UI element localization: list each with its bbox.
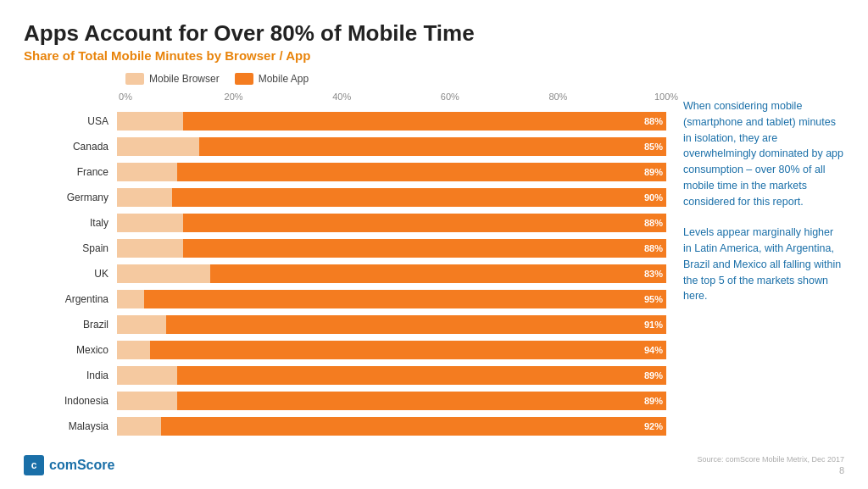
browser-bar	[117, 315, 166, 334]
bar-track: 89%	[117, 392, 666, 410]
browser-bar	[117, 417, 161, 436]
legend: Mobile Browser Mobile App	[125, 73, 666, 85]
bar-row: India89%	[24, 364, 666, 386]
bar-row: Indonesia89%	[24, 390, 666, 412]
bar-row: Brazil91%	[24, 314, 666, 336]
axis-labels: 0%20%40%60%80%100%	[125, 92, 666, 107]
browser-bar	[117, 112, 183, 131]
country-label: Germany	[24, 192, 117, 203]
right-text-1: When considering mobile (smartphone and …	[683, 98, 844, 209]
bar-track: 89%	[117, 366, 666, 385]
bar-row: Germany90%	[24, 186, 666, 208]
subtitle: Share of Total Mobile Minutes by Browser…	[24, 48, 844, 63]
browser-bar	[117, 366, 177, 385]
country-label: India	[24, 370, 117, 381]
bar-row: Spain88%	[24, 237, 666, 259]
app-bar	[161, 417, 666, 436]
browser-bar	[117, 137, 199, 156]
browser-bar	[117, 264, 210, 283]
country-label: Argentina	[24, 293, 117, 305]
footer-row: c comScore Source: comScore Mobile Metri…	[24, 455, 844, 475]
bar-percentage-label: 92%	[644, 421, 663, 431]
comscore-icon: c	[24, 455, 44, 475]
comscore-logo: c comScore	[24, 455, 114, 475]
app-bar	[199, 137, 666, 156]
bar-percentage-label: 91%	[644, 320, 663, 330]
bar-percentage-label: 89%	[644, 396, 663, 406]
bar-row: Malaysia92%	[24, 415, 666, 437]
app-bar	[183, 214, 666, 232]
country-label: UK	[24, 268, 117, 280]
app-bar	[166, 315, 666, 334]
source-text: Source: comScore Mobile Metrix, Dec 2017	[697, 455, 844, 464]
country-label: Spain	[24, 242, 117, 254]
browser-bar	[117, 392, 177, 410]
bar-row: France89%	[24, 161, 666, 183]
bar-track: 88%	[117, 214, 666, 232]
browser-bar	[117, 290, 144, 308]
bar-row: Argentina95%	[24, 288, 666, 310]
browser-bar	[117, 341, 150, 359]
country-label: France	[24, 166, 117, 178]
bar-track: 95%	[117, 290, 666, 308]
browser-bar	[117, 163, 177, 181]
bar-track: 92%	[117, 417, 666, 436]
content-area: Mobile Browser Mobile App 0%20%40%60%80%…	[24, 73, 844, 448]
bar-percentage-label: 90%	[644, 192, 663, 203]
bar-track: 88%	[117, 112, 666, 131]
app-bar	[177, 392, 666, 410]
country-label: Malaysia	[24, 420, 117, 432]
bars-container: USA88%Canada85%France89%Germany90%Italy8…	[24, 110, 666, 448]
country-label: Indonesia	[24, 395, 117, 407]
browser-bar	[117, 214, 183, 232]
app-legend-label: Mobile App	[259, 73, 309, 85]
chart-section: Mobile Browser Mobile App 0%20%40%60%80%…	[24, 73, 666, 448]
app-bar	[177, 163, 666, 181]
bar-track: 91%	[117, 315, 666, 334]
axis-row: 0%20%40%60%80%100%	[125, 92, 666, 107]
bar-row: Mexico94%	[24, 339, 666, 361]
app-bar	[210, 264, 666, 283]
axis-label-20%: 20%	[225, 92, 243, 102]
bar-percentage-label: 89%	[644, 167, 663, 177]
app-bar	[183, 112, 666, 131]
bar-track: 83%	[117, 264, 666, 283]
page-number: 8	[839, 465, 844, 475]
country-label: Canada	[24, 141, 117, 153]
browser-bar	[117, 239, 183, 258]
right-panel: When considering mobile (smartphone and …	[666, 73, 844, 448]
bar-track: 94%	[117, 341, 666, 359]
bar-percentage-label: 88%	[644, 116, 663, 126]
bar-track: 85%	[117, 137, 666, 156]
bar-track: 88%	[117, 239, 666, 258]
browser-bar	[117, 188, 172, 207]
bar-track: 90%	[117, 188, 666, 207]
browser-color-swatch	[125, 73, 144, 85]
country-label: Brazil	[24, 319, 117, 331]
bar-percentage-label: 94%	[644, 345, 663, 355]
axis-label-40%: 40%	[332, 92, 351, 102]
bar-row: USA88%	[24, 110, 666, 132]
country-label: Italy	[24, 217, 117, 229]
bar-percentage-label: 88%	[644, 218, 663, 228]
bar-percentage-label: 85%	[644, 142, 663, 152]
legend-app: Mobile App	[235, 73, 309, 85]
bar-percentage-label: 88%	[644, 243, 663, 253]
main-card: Apps Account for Over 80% of Mobile Time…	[0, 0, 868, 489]
bar-row: Canada85%	[24, 136, 666, 158]
bar-row: UK83%	[24, 263, 666, 285]
bar-row: Italy88%	[24, 212, 666, 234]
legend-browser: Mobile Browser	[125, 73, 220, 85]
bar-track: 89%	[117, 163, 666, 181]
axis-label-100%: 100%	[654, 92, 678, 102]
bar-percentage-label: 83%	[644, 269, 663, 279]
app-bar	[172, 188, 666, 207]
app-bar	[183, 239, 666, 258]
comscore-text: comScore	[49, 458, 114, 473]
app-bar	[150, 341, 666, 359]
bar-percentage-label: 89%	[644, 370, 663, 381]
app-color-swatch	[235, 73, 253, 85]
country-label: USA	[24, 115, 117, 127]
axis-label-0%: 0%	[119, 92, 132, 102]
axis-label-60%: 60%	[441, 92, 459, 102]
